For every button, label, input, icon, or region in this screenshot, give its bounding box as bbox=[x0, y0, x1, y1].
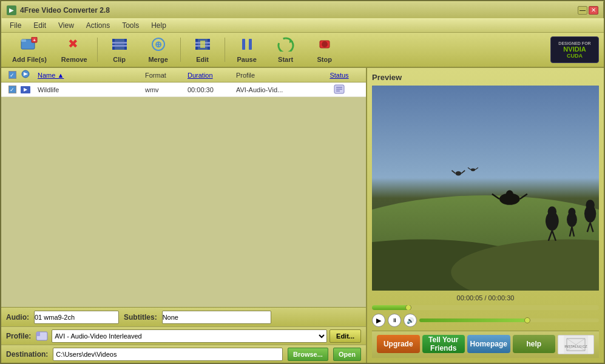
stop-icon bbox=[316, 37, 333, 55]
profile-label: Profile: bbox=[6, 332, 31, 340]
svg-point-53 bbox=[456, 171, 462, 175]
header-profile: Profile bbox=[236, 72, 315, 79]
play-button[interactable]: ▶ bbox=[372, 314, 385, 327]
toolbar: + Add File(s) ✖ Remove bbox=[1, 33, 604, 68]
add-files-label: Add File(s) bbox=[12, 56, 47, 63]
preview-panel: Preview bbox=[367, 68, 604, 363]
destination-row: Destination: Browse... Open bbox=[1, 345, 366, 363]
header-checkbox[interactable] bbox=[4, 71, 21, 79]
stop-label: Stop bbox=[317, 56, 331, 63]
header-icon-col bbox=[21, 70, 35, 80]
merge-label: Merge bbox=[148, 56, 167, 63]
svg-text:+: + bbox=[33, 38, 36, 43]
nvidia-badge: DESIGNED FOR NVIDIA CUDA bbox=[550, 36, 599, 63]
destination-input[interactable] bbox=[53, 348, 283, 361]
clip-label: Clip bbox=[113, 56, 126, 63]
remove-icon: ✖ bbox=[66, 37, 83, 55]
volume-slider[interactable] bbox=[419, 318, 599, 322]
svg-point-44 bbox=[548, 206, 556, 217]
audio-select[interactable]: 01 wma9-2ch bbox=[34, 311, 119, 324]
edit-toolbar-label: Edit bbox=[196, 56, 209, 63]
start-label: Start bbox=[278, 56, 293, 63]
progress-fill bbox=[372, 305, 408, 310]
homepage-button[interactable]: Homepage bbox=[467, 335, 510, 353]
tell-friends-button[interactable]: Tell Your Friends bbox=[422, 335, 465, 353]
stop-button[interactable]: Stop bbox=[306, 35, 343, 64]
audio-subtitles-bar: Audio: 01 wma9-2ch Subtitles: None bbox=[1, 307, 366, 326]
progress-knob[interactable] bbox=[405, 305, 411, 310]
destination-label: Destination: bbox=[6, 350, 48, 359]
left-panel: Name ▲ Format Duration Profile Status ▶ bbox=[1, 68, 367, 363]
subtitles-select[interactable]: None bbox=[162, 311, 271, 324]
playback-controls: ▶ ⏸ 🔊 bbox=[372, 314, 599, 327]
help-button[interactable]: help bbox=[513, 335, 556, 353]
row-name: Wildlife bbox=[35, 86, 145, 93]
add-files-button[interactable]: + Add File(s) bbox=[6, 35, 53, 64]
table-row[interactable]: ▶ Wildlife wmv 00:00:30 AVI-Audio-Vid... bbox=[1, 83, 366, 97]
nvidia-cuda: CUDA bbox=[567, 53, 583, 59]
menu-actions[interactable]: Actions bbox=[80, 20, 116, 31]
row-checkbox[interactable] bbox=[4, 86, 21, 93]
menu-help[interactable]: Help bbox=[145, 20, 172, 31]
profile-row: Profile: AVI - Audio-Video Interleaved E… bbox=[1, 326, 366, 345]
subtitles-label: Subtitles: bbox=[124, 313, 157, 322]
menu-edit[interactable]: Edit bbox=[27, 20, 52, 31]
preview-video bbox=[372, 86, 599, 291]
upgrade-button[interactable]: Upgrade bbox=[377, 335, 420, 353]
start-button[interactable]: Start bbox=[268, 35, 304, 64]
svg-rect-30 bbox=[36, 332, 40, 336]
minimize-button[interactable]: — bbox=[578, 6, 587, 15]
clip-button[interactable]: Clip bbox=[101, 35, 138, 64]
svg-rect-6 bbox=[112, 39, 115, 50]
start-icon bbox=[277, 37, 294, 55]
svg-point-36 bbox=[586, 200, 594, 210]
svg-rect-18 bbox=[242, 39, 245, 50]
svg-text:⊕: ⊕ bbox=[155, 39, 162, 49]
svg-point-22 bbox=[322, 41, 328, 47]
profile-select[interactable]: AVI - Audio-Video Interleaved bbox=[52, 329, 327, 343]
app-title: 4Free Video Converter 2.8 bbox=[20, 6, 578, 15]
progress-bar[interactable] bbox=[372, 305, 599, 310]
browse-button[interactable]: Browse... bbox=[288, 348, 328, 361]
pause-icon bbox=[238, 37, 255, 55]
row-status bbox=[315, 84, 363, 95]
svg-rect-8 bbox=[112, 42, 127, 44]
pause-playback-button[interactable]: ⏸ bbox=[388, 314, 401, 327]
select-all-checkbox[interactable] bbox=[8, 71, 16, 79]
open-button[interactable]: Open bbox=[333, 348, 361, 361]
svg-text:INSTALUJ.CZ: INSTALUJ.CZ bbox=[564, 345, 587, 348]
close-button[interactable]: ✕ bbox=[589, 6, 598, 15]
add-files-icon: + bbox=[21, 37, 38, 55]
svg-rect-9 bbox=[112, 45, 127, 47]
svg-point-40 bbox=[568, 208, 575, 217]
volume-icon[interactable]: 🔊 bbox=[404, 314, 417, 327]
svg-text:✖: ✖ bbox=[68, 37, 78, 50]
row-film-icon: ▶ bbox=[21, 86, 35, 93]
edit-profile-button[interactable]: Edit... bbox=[330, 329, 361, 343]
volume-fill bbox=[419, 318, 527, 322]
menu-file[interactable]: File bbox=[4, 20, 27, 31]
edit-button[interactable]: Edit bbox=[184, 35, 221, 64]
film-icon: ▶ bbox=[21, 86, 30, 93]
svg-rect-7 bbox=[124, 39, 127, 50]
header-status[interactable]: Status bbox=[315, 72, 363, 79]
row-check-1[interactable] bbox=[8, 86, 16, 93]
merge-icon: ⊕ bbox=[150, 37, 167, 55]
preview-time: 00:00:05 / 00:00:30 bbox=[372, 294, 599, 302]
menu-tools[interactable]: Tools bbox=[116, 20, 145, 31]
pause-label: Pause bbox=[237, 56, 256, 63]
header-duration[interactable]: Duration bbox=[188, 72, 236, 79]
volume-knob[interactable] bbox=[524, 317, 530, 323]
profile-select-wrap: AVI - Audio-Video Interleaved Edit... bbox=[36, 329, 361, 343]
file-table-header: Name ▲ Format Duration Profile Status bbox=[1, 68, 366, 83]
window-controls: — ✕ bbox=[578, 6, 598, 15]
merge-button[interactable]: ⊕ Merge bbox=[140, 35, 177, 64]
file-table-body: ▶ Wildlife wmv 00:00:30 AVI-Audio-Vid... bbox=[1, 83, 366, 307]
nvidia-logo: NVIDIA bbox=[563, 46, 586, 53]
remove-button[interactable]: ✖ Remove bbox=[55, 35, 93, 64]
svg-rect-13 bbox=[195, 39, 198, 50]
svg-point-56 bbox=[471, 168, 475, 171]
menu-view[interactable]: View bbox=[52, 20, 80, 31]
pause-button[interactable]: Pause bbox=[229, 35, 265, 64]
header-name[interactable]: Name ▲ bbox=[35, 72, 145, 79]
